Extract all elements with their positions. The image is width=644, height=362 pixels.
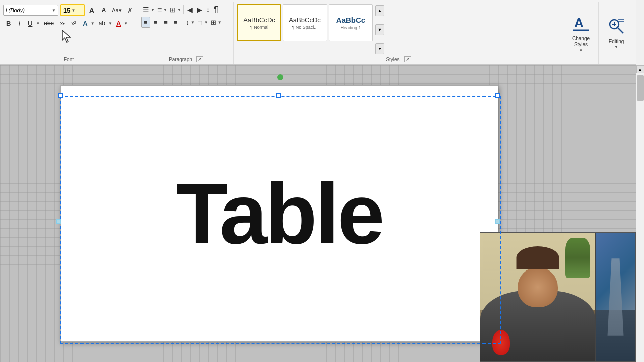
svg-text:A: A [574,15,584,30]
highlight-dropdown: ▼ [108,21,112,26]
scroll-thumb[interactable] [637,75,644,101]
text-effects-dropdown: ▼ [91,21,95,26]
video-person-hair [517,246,559,269]
bold-button[interactable]: B [3,18,14,29]
borders-button[interactable]: ⊞ [209,17,218,28]
strikethrough-button[interactable]: abc [41,18,56,29]
style-normal-label: ¶ Normal [250,25,268,30]
font-size-box[interactable]: 15 ▼ [60,4,85,16]
editing-section: Editing ▼ [599,2,634,64]
video-person-head [518,267,558,307]
font-color-button[interactable]: A [114,18,123,29]
decrease-indent-button[interactable]: ◀ [186,4,194,15]
editing-arrow: ▼ [614,45,618,49]
paragraph-group-label: Paragraph ↗ [141,55,230,62]
align-left-button[interactable]: ≡ [141,17,150,28]
bullets-dropdown: ▼ [151,8,155,12]
style-item-normal[interactable]: AaBbCcDc ¶ Normal [237,4,281,41]
video-main-feed [480,233,595,361]
styles-group-label: Styles ↗ [237,55,560,62]
video-bg-plant [565,238,590,278]
borders-dropdown: ▼ [218,20,222,25]
style-heading1-preview: AaBbCc [336,16,365,24]
video-elmo-toy [492,330,510,355]
editing-icon [607,17,625,35]
font-group: i (Body) ▼ 15 ▼ A A Aa▾ ✗ B I U ▼ abc x₂… [0,2,138,64]
change-styles-section: A ChangeStyles ▼ [564,2,599,64]
shading-dropdown: ▼ [204,20,208,25]
font-size-value: 15 [63,7,70,14]
paragraph-dialog-launcher[interactable]: ↗ [196,56,203,62]
increase-indent-button[interactable]: ▶ [195,4,204,15]
styles-group: AaBbCcDc ¶ Normal AaBbCcDc ¶ No Spaci...… [234,2,564,64]
scrollbar-vertical: ▲ [636,65,644,362]
shading-button[interactable]: ◻ [196,17,204,28]
editing-button[interactable]: Editing ▼ [604,14,628,53]
paragraph-group: ☰ ▼ ≡ ▼ ⊞ ▼ ◀ ▶ ↕ ¶ ≡ ≡ ≡ ≡ ↕ [138,2,234,64]
document-main-text: Table [176,171,382,256]
styles-dialog-launcher[interactable]: ↗ [404,56,411,62]
numbering-button[interactable]: ≡ [156,4,163,15]
grow-font-button[interactable]: A [87,4,97,16]
selection-handle-tr[interactable] [495,93,500,98]
selection-handle-tc[interactable] [276,93,281,98]
change-styles-button[interactable]: A ChangeStyles ▼ [569,14,593,53]
style-normal-preview: AaBbCcDc [243,16,275,24]
selection-handle-mr[interactable] [495,219,500,224]
sort-button[interactable]: ↕ [205,4,211,15]
font-group-label: Font [3,56,135,62]
clear-formatting-button[interactable]: ✗ [125,4,135,16]
ribbon: i (Body) ▼ 15 ▼ A A Aa▾ ✗ B I U ▼ abc x₂… [0,0,636,65]
style-item-nospace[interactable]: AaBbCcDc ¶ No Spaci... [283,4,327,41]
style-nospace-label: ¶ No Spaci... [292,25,317,30]
selection-handle-rotation[interactable] [277,74,283,80]
selection-handle-ml[interactable] [56,219,61,224]
subscript-button[interactable]: x₂ [58,18,68,29]
video-overlay [480,232,636,362]
svg-line-4 [618,28,623,33]
numbering-dropdown: ▼ [163,8,167,12]
text-effects-button[interactable]: A [80,18,90,29]
styles-scroll-buttons: ▲ ▼ ▾ [375,4,384,55]
line-spacing-button[interactable]: ↕ [184,17,191,28]
font-name-selector[interactable]: i (Body) ▼ [3,5,58,16]
align-right-button[interactable]: ≡ [161,17,170,28]
style-item-heading1[interactable]: AaBbCc Heading 1 [329,4,373,41]
font-name-value: i (Body) [6,7,52,13]
show-formatting-button[interactable]: ¶ [212,4,220,15]
bullets-button[interactable]: ☰ [141,4,151,15]
font-name-dropdown-icon: ▼ [52,8,56,13]
justify-button[interactable]: ≡ [171,17,180,28]
change-styles-arrow: ▼ [579,48,583,53]
document-page: Table [60,85,498,342]
video-thumb-structure [606,258,626,336]
multilevel-dropdown: ▼ [177,8,181,12]
font-color-dropdown: ▼ [124,21,128,26]
change-styles-label: ChangeStyles [572,36,590,48]
shrink-font-button[interactable]: A [99,4,109,16]
line-spacing-dropdown: ▼ [191,20,195,25]
styles-scroll-down-button[interactable]: ▼ [375,24,384,35]
selection-handle-tl[interactable] [58,93,63,98]
underline-button[interactable]: U [25,18,35,29]
change-case-button[interactable]: Aa▾ [111,4,123,16]
style-heading1-label: Heading 1 [340,25,361,30]
align-center-button[interactable]: ≡ [151,17,160,28]
scroll-up-button[interactable]: ▲ [636,65,645,73]
superscript-button[interactable]: x² [69,18,78,29]
underline-dropdown-icon: ▼ [36,21,40,26]
italic-button[interactable]: I [15,18,23,29]
styles-scroll-up-button[interactable]: ▲ [375,5,384,16]
editing-label: Editing [609,39,624,44]
video-thumbnail [595,233,635,361]
change-styles-icon: A [572,14,590,32]
style-nospace-preview: AaBbCcDc [289,16,321,24]
multilevel-button[interactable]: ⊞ [168,4,177,15]
styles-more-button[interactable]: ▾ [375,43,384,54]
font-size-dropdown-icon: ▼ [71,8,75,13]
highlight-button[interactable]: ab [96,18,108,29]
